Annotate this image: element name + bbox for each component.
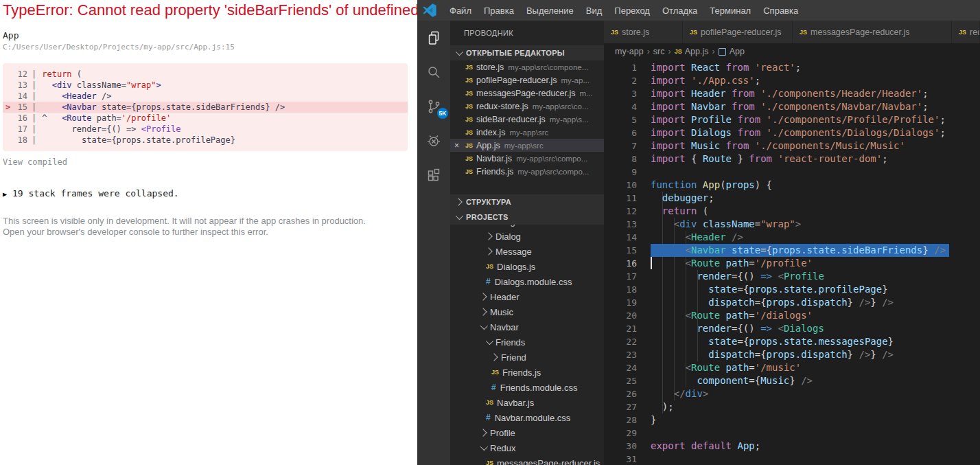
tree-item[interactable]: JSNavbar.js: [450, 395, 604, 410]
breadcrumb-item[interactable]: App: [730, 47, 745, 56]
js-file-icon: JS: [611, 29, 618, 36]
tree-item[interactable]: JSFriends.js: [450, 365, 604, 380]
source-control-icon[interactable]: 5K: [417, 89, 450, 124]
js-file-icon: JS: [486, 460, 493, 465]
code-token: state={props.state.profilePage}: [42, 135, 235, 145]
breadcrumb-item[interactable]: my-app: [615, 47, 644, 56]
activity-bar: 5K: [417, 21, 450, 465]
breadcrumb-item[interactable]: App.js: [685, 47, 709, 56]
tree-item[interactable]: Friends: [450, 334, 604, 350]
menu-item[interactable]: Справка: [757, 5, 804, 16]
collapsed-stack-frames[interactable]: ▶19 stack frames were collapsed.: [3, 188, 416, 199]
js-file-icon: JS: [486, 399, 493, 406]
code-token: (: [72, 69, 82, 79]
chevron-down-icon: [480, 443, 488, 451]
open-editor-item[interactable]: JSindex.jsmy-app\src: [450, 126, 604, 139]
tree-item[interactable]: Header: [450, 289, 604, 304]
view-compiled-link[interactable]: View compiled: [3, 157, 416, 167]
code-token: }: [651, 414, 656, 425]
line-number: 19: [604, 296, 637, 309]
open-editors-label: ОТКРЫТЫЕ РЕДАКТОРЫ: [466, 45, 565, 60]
tree-item[interactable]: Navbar: [450, 319, 604, 334]
file-path: m...: [580, 89, 593, 98]
tree-item[interactable]: Dialog: [450, 229, 604, 244]
code-token: App: [703, 179, 720, 190]
structure-header[interactable]: СТРУКТУРА: [450, 194, 604, 209]
line-text: <Header />: [651, 231, 743, 244]
js-file-icon: JS: [465, 90, 473, 97]
symbol-icon: [719, 48, 726, 56]
code-token: './App.css': [691, 75, 755, 86]
snippet-line: 14| <Header />: [3, 91, 408, 102]
chevron-right-icon: [490, 353, 498, 361]
chevron-right-icon: [479, 429, 487, 436]
debug-icon[interactable]: [417, 124, 450, 158]
code-line: 16 <Route path='/profile': [604, 257, 980, 270]
error-line-marker: [3, 80, 14, 91]
open-editor-item[interactable]: JSstore.jsmy-app\src\compone...: [450, 60, 604, 73]
code-token: import: [651, 114, 691, 125]
tree-item[interactable]: #Friends.module.css: [450, 380, 604, 395]
menu-item[interactable]: Вид: [580, 5, 609, 16]
chevron-down-icon: [480, 322, 488, 330]
menu-item[interactable]: Переход: [608, 5, 656, 16]
tree-item[interactable]: Message: [450, 244, 604, 259]
open-editor-item[interactable]: JSsideBar-reducer.jsmy-app\s...: [450, 113, 604, 126]
search-icon[interactable]: [417, 55, 450, 89]
code-token: <: [674, 218, 679, 229]
code-token: [651, 388, 674, 399]
gutter-divider: |: [27, 135, 42, 146]
code-token: div: [679, 218, 703, 229]
breadcrumb[interactable]: my-app›src›JSApp.js›App: [604, 43, 980, 60]
open-editor-item[interactable]: JSNavbar.jsmy-app\src\compo...: [450, 152, 604, 165]
code-token: Dialogs: [784, 323, 824, 334]
tab-bar: JSstore.jsJSpofilePage-reducer.jsJSmessa…: [604, 21, 980, 43]
editor-tab[interactable]: JSredux-store.js: [952, 21, 980, 43]
code-token: component: [697, 375, 749, 386]
extensions-icon[interactable]: [417, 158, 450, 192]
code-token: React: [691, 62, 726, 73]
tree-item[interactable]: Profile: [450, 425, 604, 440]
open-editor-item[interactable]: JSmessagesPage-reducer.jsm...: [450, 87, 604, 100]
menu-item[interactable]: Терминал: [703, 5, 757, 16]
tree-item[interactable]: Redux: [450, 440, 604, 455]
close-icon[interactable]: ×: [450, 141, 465, 150]
open-editor-item[interactable]: JSFriends.jsmy-app\src\compo...: [450, 165, 604, 178]
menu-item[interactable]: Отладка: [656, 5, 703, 16]
editor-tab[interactable]: JSstore.js: [604, 21, 683, 43]
menu-item[interactable]: Правка: [478, 5, 520, 16]
tree-item[interactable]: #Navbar.module.css: [450, 410, 604, 425]
tree-item[interactable]: #Dialogs.module.css: [450, 274, 604, 289]
code-token: Header: [691, 231, 726, 242]
open-editors-header[interactable]: ОТКРЫТЫЕ РЕДАКТОРЫ: [450, 45, 604, 60]
open-editor-item[interactable]: JSredux-store.jsmy-app\src\co...: [450, 100, 604, 113]
code-token: Route: [691, 362, 720, 373]
explorer-icon[interactable]: [417, 21, 450, 55]
file-path: my-ap...: [561, 76, 590, 84]
tree-item[interactable]: JSDialogs.js: [450, 259, 604, 274]
file-name: App.js: [476, 141, 500, 150]
code-token: [651, 205, 662, 216]
open-editor-item[interactable]: ×JSApp.jsmy-app\src: [450, 139, 604, 152]
code-editor[interactable]: 1import React from 'react';2import './Ap…: [604, 60, 980, 465]
menu-item[interactable]: Файл: [443, 5, 478, 16]
line-text: debugger;: [651, 192, 714, 205]
menu-item[interactable]: Выделение: [520, 5, 580, 16]
breadcrumb-item[interactable]: src: [653, 47, 665, 56]
editor-tab[interactable]: JSpofilePage-reducer.js: [683, 21, 793, 43]
tree-item[interactable]: JSmessagesPage-reducer.js: [450, 455, 604, 465]
tree-item-label: Message: [495, 247, 532, 257]
projects-header[interactable]: PROJECTS: [450, 209, 604, 225]
tree-item[interactable]: Music: [450, 304, 604, 319]
gutter-divider: |: [27, 102, 42, 113]
snippet-code: <div className="wrap">: [42, 80, 161, 91]
file-name: Friends.js: [476, 167, 513, 177]
tree-item[interactable]: Friend: [450, 350, 604, 365]
open-editor-item[interactable]: JSpofilePage-reducer.jsmy-ap...: [450, 73, 604, 87]
code-token: }: [882, 284, 887, 295]
editor-tab[interactable]: JSmessagesPage-reducer.js: [793, 21, 952, 43]
line-text: export default App;: [651, 440, 760, 453]
code-token: <: [686, 245, 691, 256]
snippet-line: 18| state={props.state.profilePage}: [3, 135, 408, 146]
gutter-divider: |: [27, 113, 42, 124]
